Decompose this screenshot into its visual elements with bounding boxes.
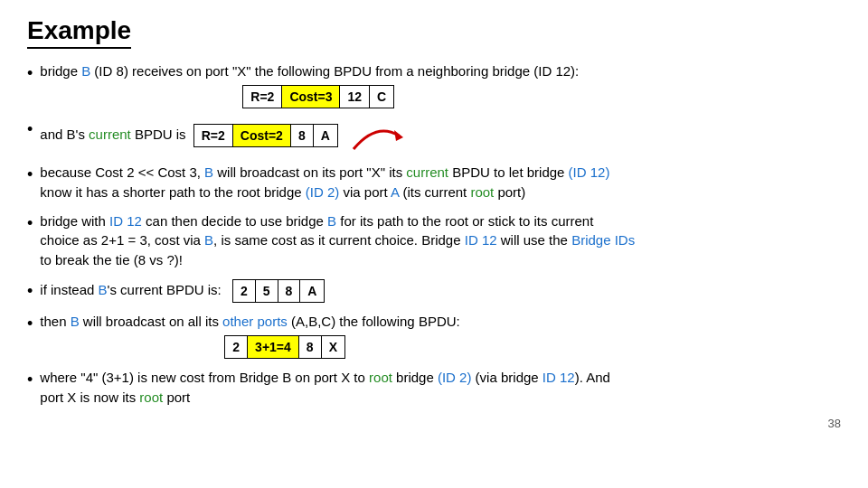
red-arrow-icon	[349, 117, 403, 154]
bullet-1: • bridge B (ID 8) receives on port "X" t…	[27, 61, 841, 108]
bpdu-broadcast: 2 3+1=4 8 X	[224, 335, 345, 359]
bullet-4: • bridge with ID 12 can then decide to u…	[27, 211, 841, 270]
bullet-5: • if instead B's current BPDU is: 2 5 8 …	[27, 279, 841, 303]
page-title: Example	[27, 16, 131, 49]
bpdu-received: R=2 Cost=3 12 C	[242, 85, 394, 108]
bullet-6: • then B will broadcast on all its other…	[27, 312, 841, 359]
bullet-7: • where "4" (3+1) is new cost from Bridg…	[27, 368, 841, 408]
bullet-3: • because Cost 2 << Cost 3, B will broad…	[27, 163, 841, 202]
page-number: 38	[27, 417, 841, 430]
bullet-2: • and B's current BPDU is R=2 Cost=2 8 A	[27, 117, 841, 154]
bpdu-current: R=2 Cost=2 8 A	[193, 124, 338, 147]
bpdu-alt: 2 5 8 A	[232, 279, 326, 303]
svg-marker-0	[394, 130, 403, 141]
